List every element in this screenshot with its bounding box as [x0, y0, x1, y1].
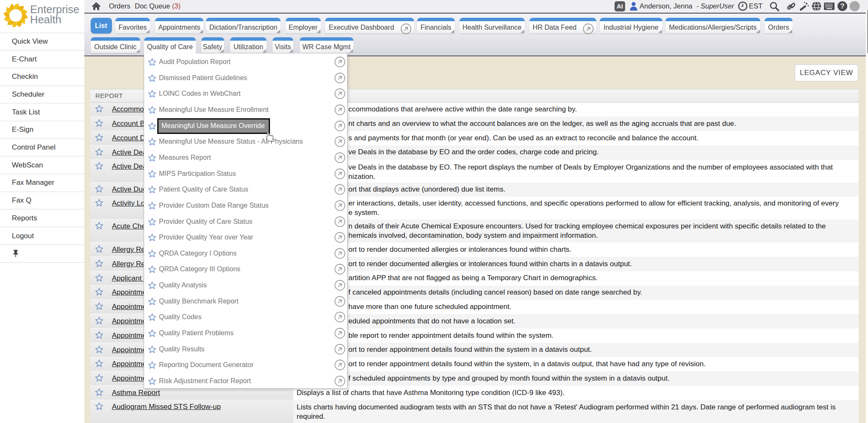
svg-text:Health: Health: [30, 14, 61, 25]
svg-text:?: ?: [840, 2, 845, 10]
